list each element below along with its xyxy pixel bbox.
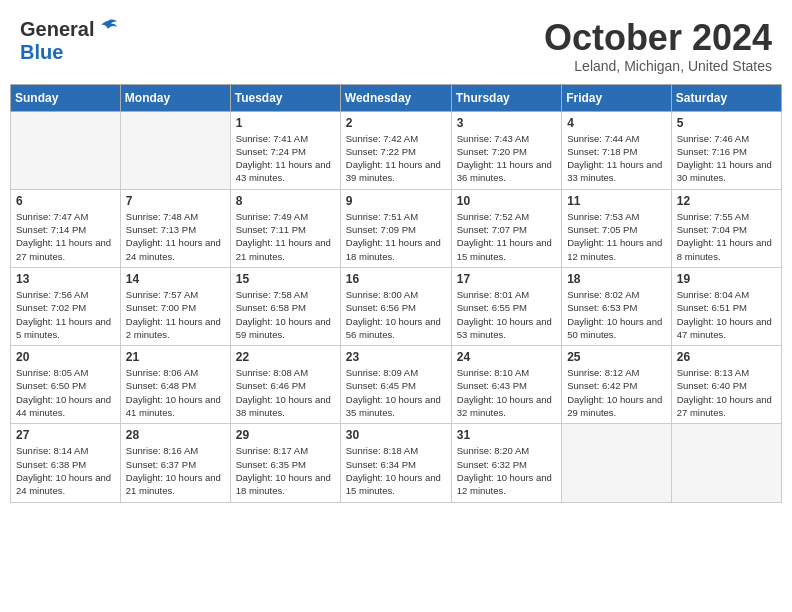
day-info: Sunrise: 7:56 AM Sunset: 7:02 PM Dayligh… bbox=[16, 288, 115, 341]
day-info: Sunrise: 8:12 AM Sunset: 6:42 PM Dayligh… bbox=[567, 366, 666, 419]
day-info: Sunrise: 7:43 AM Sunset: 7:20 PM Dayligh… bbox=[457, 132, 556, 185]
day-info: Sunrise: 7:47 AM Sunset: 7:14 PM Dayligh… bbox=[16, 210, 115, 263]
day-number: 1 bbox=[236, 116, 335, 130]
calendar-day-cell: 20Sunrise: 8:05 AM Sunset: 6:50 PM Dayli… bbox=[11, 346, 121, 424]
day-number: 30 bbox=[346, 428, 446, 442]
day-number: 13 bbox=[16, 272, 115, 286]
weekday-header: Monday bbox=[120, 84, 230, 111]
location-title: Leland, Michigan, United States bbox=[544, 58, 772, 74]
calendar-day-cell: 10Sunrise: 7:52 AM Sunset: 7:07 PM Dayli… bbox=[451, 189, 561, 267]
day-number: 10 bbox=[457, 194, 556, 208]
day-number: 28 bbox=[126, 428, 225, 442]
day-number: 15 bbox=[236, 272, 335, 286]
weekday-header: Thursday bbox=[451, 84, 561, 111]
calendar-day-cell: 24Sunrise: 8:10 AM Sunset: 6:43 PM Dayli… bbox=[451, 346, 561, 424]
logo: General Blue bbox=[20, 18, 119, 64]
day-number: 5 bbox=[677, 116, 776, 130]
day-info: Sunrise: 8:18 AM Sunset: 6:34 PM Dayligh… bbox=[346, 444, 446, 497]
day-info: Sunrise: 8:14 AM Sunset: 6:38 PM Dayligh… bbox=[16, 444, 115, 497]
day-number: 31 bbox=[457, 428, 556, 442]
page-header: General Blue October 2024 Leland, Michig… bbox=[10, 10, 782, 78]
day-number: 14 bbox=[126, 272, 225, 286]
calendar-day-cell: 7Sunrise: 7:48 AM Sunset: 7:13 PM Daylig… bbox=[120, 189, 230, 267]
day-number: 25 bbox=[567, 350, 666, 364]
calendar-day-cell: 9Sunrise: 7:51 AM Sunset: 7:09 PM Daylig… bbox=[340, 189, 451, 267]
day-number: 11 bbox=[567, 194, 666, 208]
day-number: 18 bbox=[567, 272, 666, 286]
calendar-day-cell: 18Sunrise: 8:02 AM Sunset: 6:53 PM Dayli… bbox=[562, 267, 672, 345]
title-section: October 2024 Leland, Michigan, United St… bbox=[544, 18, 772, 74]
calendar-day-cell: 16Sunrise: 8:00 AM Sunset: 6:56 PM Dayli… bbox=[340, 267, 451, 345]
calendar-day-cell: 2Sunrise: 7:42 AM Sunset: 7:22 PM Daylig… bbox=[340, 111, 451, 189]
day-number: 21 bbox=[126, 350, 225, 364]
calendar-day-cell: 15Sunrise: 7:58 AM Sunset: 6:58 PM Dayli… bbox=[230, 267, 340, 345]
day-info: Sunrise: 8:09 AM Sunset: 6:45 PM Dayligh… bbox=[346, 366, 446, 419]
calendar-day-cell: 12Sunrise: 7:55 AM Sunset: 7:04 PM Dayli… bbox=[671, 189, 781, 267]
calendar-week-row: 27Sunrise: 8:14 AM Sunset: 6:38 PM Dayli… bbox=[11, 424, 782, 502]
day-info: Sunrise: 7:44 AM Sunset: 7:18 PM Dayligh… bbox=[567, 132, 666, 185]
day-info: Sunrise: 7:58 AM Sunset: 6:58 PM Dayligh… bbox=[236, 288, 335, 341]
weekday-header: Wednesday bbox=[340, 84, 451, 111]
calendar-day-cell: 30Sunrise: 8:18 AM Sunset: 6:34 PM Dayli… bbox=[340, 424, 451, 502]
day-number: 22 bbox=[236, 350, 335, 364]
calendar-week-row: 1Sunrise: 7:41 AM Sunset: 7:24 PM Daylig… bbox=[11, 111, 782, 189]
day-number: 19 bbox=[677, 272, 776, 286]
calendar-day-cell bbox=[562, 424, 672, 502]
calendar-day-cell: 17Sunrise: 8:01 AM Sunset: 6:55 PM Dayli… bbox=[451, 267, 561, 345]
logo-blue-text: Blue bbox=[20, 41, 63, 64]
day-info: Sunrise: 8:13 AM Sunset: 6:40 PM Dayligh… bbox=[677, 366, 776, 419]
day-number: 12 bbox=[677, 194, 776, 208]
day-info: Sunrise: 8:04 AM Sunset: 6:51 PM Dayligh… bbox=[677, 288, 776, 341]
day-info: Sunrise: 7:51 AM Sunset: 7:09 PM Dayligh… bbox=[346, 210, 446, 263]
day-number: 7 bbox=[126, 194, 225, 208]
day-info: Sunrise: 7:55 AM Sunset: 7:04 PM Dayligh… bbox=[677, 210, 776, 263]
calendar-week-row: 6Sunrise: 7:47 AM Sunset: 7:14 PM Daylig… bbox=[11, 189, 782, 267]
calendar-day-cell: 8Sunrise: 7:49 AM Sunset: 7:11 PM Daylig… bbox=[230, 189, 340, 267]
calendar-day-cell: 4Sunrise: 7:44 AM Sunset: 7:18 PM Daylig… bbox=[562, 111, 672, 189]
day-info: Sunrise: 8:02 AM Sunset: 6:53 PM Dayligh… bbox=[567, 288, 666, 341]
day-info: Sunrise: 8:17 AM Sunset: 6:35 PM Dayligh… bbox=[236, 444, 335, 497]
day-info: Sunrise: 7:48 AM Sunset: 7:13 PM Dayligh… bbox=[126, 210, 225, 263]
day-info: Sunrise: 7:52 AM Sunset: 7:07 PM Dayligh… bbox=[457, 210, 556, 263]
calendar-day-cell: 14Sunrise: 7:57 AM Sunset: 7:00 PM Dayli… bbox=[120, 267, 230, 345]
day-info: Sunrise: 7:49 AM Sunset: 7:11 PM Dayligh… bbox=[236, 210, 335, 263]
logo-bird-icon bbox=[97, 17, 119, 39]
day-info: Sunrise: 8:16 AM Sunset: 6:37 PM Dayligh… bbox=[126, 444, 225, 497]
day-info: Sunrise: 8:05 AM Sunset: 6:50 PM Dayligh… bbox=[16, 366, 115, 419]
calendar-table: SundayMondayTuesdayWednesdayThursdayFrid… bbox=[10, 84, 782, 503]
day-info: Sunrise: 8:00 AM Sunset: 6:56 PM Dayligh… bbox=[346, 288, 446, 341]
day-info: Sunrise: 7:53 AM Sunset: 7:05 PM Dayligh… bbox=[567, 210, 666, 263]
day-info: Sunrise: 8:01 AM Sunset: 6:55 PM Dayligh… bbox=[457, 288, 556, 341]
day-info: Sunrise: 7:42 AM Sunset: 7:22 PM Dayligh… bbox=[346, 132, 446, 185]
weekday-header: Tuesday bbox=[230, 84, 340, 111]
calendar-day-cell bbox=[120, 111, 230, 189]
calendar-day-cell: 28Sunrise: 8:16 AM Sunset: 6:37 PM Dayli… bbox=[120, 424, 230, 502]
calendar-day-cell bbox=[11, 111, 121, 189]
day-info: Sunrise: 7:57 AM Sunset: 7:00 PM Dayligh… bbox=[126, 288, 225, 341]
day-info: Sunrise: 8:06 AM Sunset: 6:48 PM Dayligh… bbox=[126, 366, 225, 419]
calendar-week-row: 13Sunrise: 7:56 AM Sunset: 7:02 PM Dayli… bbox=[11, 267, 782, 345]
calendar-header-row: SundayMondayTuesdayWednesdayThursdayFrid… bbox=[11, 84, 782, 111]
day-info: Sunrise: 7:41 AM Sunset: 7:24 PM Dayligh… bbox=[236, 132, 335, 185]
calendar-day-cell: 13Sunrise: 7:56 AM Sunset: 7:02 PM Dayli… bbox=[11, 267, 121, 345]
day-number: 3 bbox=[457, 116, 556, 130]
calendar-day-cell: 3Sunrise: 7:43 AM Sunset: 7:20 PM Daylig… bbox=[451, 111, 561, 189]
calendar-day-cell: 22Sunrise: 8:08 AM Sunset: 6:46 PM Dayli… bbox=[230, 346, 340, 424]
calendar-day-cell: 25Sunrise: 8:12 AM Sunset: 6:42 PM Dayli… bbox=[562, 346, 672, 424]
day-info: Sunrise: 7:46 AM Sunset: 7:16 PM Dayligh… bbox=[677, 132, 776, 185]
weekday-header: Saturday bbox=[671, 84, 781, 111]
day-number: 24 bbox=[457, 350, 556, 364]
calendar-week-row: 20Sunrise: 8:05 AM Sunset: 6:50 PM Dayli… bbox=[11, 346, 782, 424]
day-number: 23 bbox=[346, 350, 446, 364]
day-number: 20 bbox=[16, 350, 115, 364]
calendar-day-cell: 19Sunrise: 8:04 AM Sunset: 6:51 PM Dayli… bbox=[671, 267, 781, 345]
calendar-day-cell: 23Sunrise: 8:09 AM Sunset: 6:45 PM Dayli… bbox=[340, 346, 451, 424]
day-number: 4 bbox=[567, 116, 666, 130]
day-number: 29 bbox=[236, 428, 335, 442]
day-number: 2 bbox=[346, 116, 446, 130]
day-number: 17 bbox=[457, 272, 556, 286]
calendar-day-cell: 27Sunrise: 8:14 AM Sunset: 6:38 PM Dayli… bbox=[11, 424, 121, 502]
day-number: 9 bbox=[346, 194, 446, 208]
calendar-day-cell: 11Sunrise: 7:53 AM Sunset: 7:05 PM Dayli… bbox=[562, 189, 672, 267]
weekday-header: Friday bbox=[562, 84, 672, 111]
